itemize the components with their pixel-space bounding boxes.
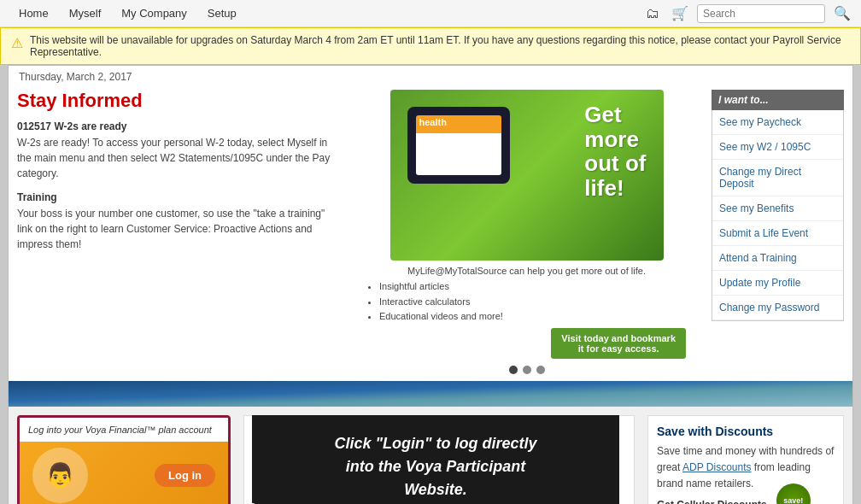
carousel-caption: MyLife@MyTotalSource can help you get mo… (407, 266, 646, 276)
warning-icon: ⚠ (11, 35, 23, 51)
news-item-training-body: Your boss is your number one customer, s… (17, 206, 342, 252)
stay-informed-title: Stay Informed (17, 90, 342, 112)
tablet-screen-inner: health (416, 115, 501, 175)
current-date: Thursday, March 2, 2017 (19, 71, 132, 83)
search-input[interactable] (697, 4, 825, 23)
adp-discounts-link[interactable]: ADP Discounts (682, 461, 751, 473)
nav-my-company[interactable]: My Company (111, 2, 197, 25)
nav-icons-area: 🗂 🛒 🔍 (642, 3, 852, 24)
carousel-big-text: Getmoreout oflife! (584, 103, 646, 200)
tooltip-text: Click "Login" to log directlyinto the Vo… (273, 432, 598, 501)
carousel-dot-3[interactable] (536, 366, 545, 374)
top-navigation: Home Myself My Company Setup 🗂 🛒 🔍 (0, 0, 861, 27)
news-item-w2: 012517 W-2s are ready W-2s are ready! To… (17, 120, 342, 181)
carousel-bullet-2: Interactive calculators (379, 295, 503, 310)
voya-panel: Log into your Voya Financial™ plan accou… (17, 415, 231, 504)
left-panel: Stay Informed 012517 W-2s are ready W-2s… (17, 90, 342, 374)
voya-login-button[interactable]: Log in (155, 464, 215, 487)
carousel-dots (509, 366, 545, 374)
carousel-dot-1[interactable] (509, 366, 518, 374)
news-item-training: Training Your boss is your number one cu… (17, 191, 342, 252)
wave-divider (9, 381, 852, 407)
discounts-body: Save time and money with hundreds of gre… (657, 443, 835, 493)
tablet-graphic: health (407, 107, 510, 184)
voya-person-graphic: 👨 (32, 448, 88, 503)
i-want-to-list: See my Paycheck See my W2 / 1095C Change… (712, 110, 844, 321)
tooltip-quote-open: Click "Login" to log directlyinto the Vo… (334, 435, 536, 498)
i-want-to-header: I want to... (712, 90, 844, 110)
carousel-visit-button[interactable]: Visit today and bookmarkit for easy acce… (551, 328, 686, 359)
carousel-image: health Getmoreout oflife! (390, 90, 664, 261)
tooltip-overlay: Click "Login" to log directlyinto the Vo… (252, 415, 619, 504)
nav-myself[interactable]: Myself (59, 2, 112, 25)
i-want-to-w2[interactable]: See my W2 / 1095C (712, 135, 843, 160)
carousel-bullet-1: Insightful articles (379, 279, 503, 295)
bottom-section: Log into your Voya Financial™ plan accou… (9, 407, 852, 504)
i-want-to-training[interactable]: Attend a Training (712, 246, 843, 271)
news-item-training-title: Training (17, 191, 342, 203)
carousel-bullet-3: Educational videos and more! (379, 309, 503, 325)
news-item-w2-title: 012517 W-2s are ready (17, 120, 342, 132)
date-bar: Thursday, March 2, 2017 (9, 66, 852, 83)
nav-home[interactable]: Home (9, 2, 59, 25)
search-icon[interactable]: 🔍 (832, 3, 852, 24)
voya-image-area: 👨 Log in (20, 442, 228, 504)
nav-setup[interactable]: Setup (197, 2, 247, 25)
content-area: Stay Informed 012517 W-2s are ready W-2s… (9, 83, 852, 381)
discounts-panel: Save with Discounts Save time and money … (647, 415, 844, 504)
cart-icon[interactable]: 🛒 (670, 3, 690, 24)
messages-icon[interactable]: 🗂 (642, 3, 663, 24)
voya-caption: Log into your Voya Financial™ plan accou… (20, 418, 228, 442)
right-panel: I want to... See my Paycheck See my W2 /… (712, 90, 844, 374)
carousel-dot-2[interactable] (523, 366, 531, 374)
i-want-to-paycheck[interactable]: See my Paycheck (712, 110, 843, 135)
tablet-screen: health (416, 115, 501, 175)
carousel-bullets: Insightful articles Interactive calculat… (367, 279, 503, 325)
i-want-to-life-event[interactable]: Submit a Life Event (712, 221, 843, 246)
health-label: health (416, 115, 501, 129)
news-item-w2-body: W-2s are ready! To access your personal … (17, 135, 342, 181)
i-want-to-benefits[interactable]: See my Benefits (712, 196, 843, 221)
main-container: Thursday, March 2, 2017 Stay Informed 01… (8, 65, 853, 504)
center-panel: health Getmoreout oflife! MyLife@MyTotal… (350, 90, 703, 374)
warning-text: This website will be unavailable for upg… (30, 34, 850, 58)
discounts-title: Save with Discounts (657, 425, 835, 438)
i-want-to-profile[interactable]: Update my Profile (712, 271, 843, 296)
i-want-to-direct-deposit[interactable]: Change my Direct Deposit (712, 160, 843, 196)
warning-banner: ⚠ This website will be unavailable for u… (0, 27, 861, 65)
i-want-to-password[interactable]: Change my Password (712, 296, 843, 320)
